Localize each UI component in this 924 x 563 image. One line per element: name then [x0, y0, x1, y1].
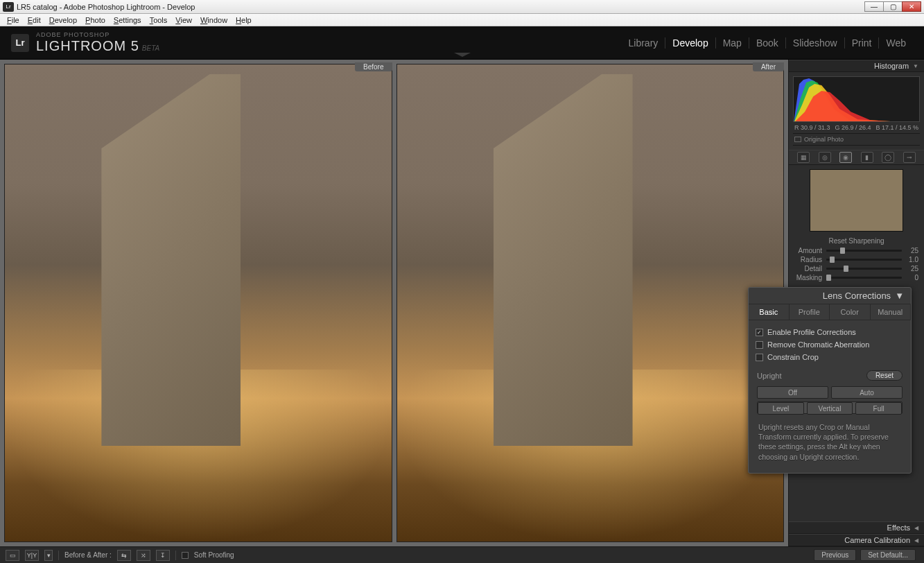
detail-preview[interactable] — [810, 169, 903, 232]
slider-label: Amount — [794, 247, 826, 254]
tool-spot[interactable]: ◎ — [819, 152, 831, 163]
menu-file[interactable]: File — [3, 15, 24, 25]
tool-redeye[interactable]: ◉ — [839, 152, 852, 163]
top-panel-grip-icon[interactable] — [454, 53, 471, 57]
window-minimize-button[interactable]: — — [864, 1, 884, 12]
upright-level-button[interactable]: Level — [758, 402, 804, 415]
histogram-title: Histogram — [874, 62, 909, 70]
menu-help[interactable]: Help — [232, 15, 256, 25]
module-library[interactable]: Library — [622, 37, 666, 49]
menubar: File Edit Develop Photo Settings Tools V… — [0, 14, 924, 26]
previous-button[interactable]: Previous — [814, 549, 856, 561]
lens-tab-basic[interactable]: Basic — [749, 304, 790, 320]
upright-off-button[interactable]: Off — [757, 386, 828, 399]
lens-corrections-title: Lens Corrections — [823, 291, 891, 301]
menu-photo[interactable]: Photo — [81, 15, 110, 25]
lens-check-2[interactable]: Constrain Crop — [756, 351, 904, 363]
histogram-panel-header[interactable]: Histogram ▼ — [789, 60, 924, 72]
effects-title: Effects — [887, 523, 910, 532]
loupe-view-button[interactable]: ▭ — [6, 550, 19, 561]
lens-tabs: Basic Profile Color Manual — [749, 304, 911, 320]
tool-crop[interactable]: ▦ — [797, 152, 810, 163]
upright-label: Upright — [757, 372, 781, 380]
histogram-chart[interactable] — [793, 76, 920, 122]
window-title: LR5 catalog - Adobe Photoshop Lightroom … — [17, 3, 865, 11]
bottom-right-controls: Previous Set Default... — [814, 549, 918, 561]
compare-view-button[interactable]: Y|Y — [25, 550, 39, 561]
before-image[interactable] — [4, 64, 392, 542]
menu-window[interactable]: Window — [196, 15, 232, 25]
module-web[interactable]: Web — [879, 37, 913, 49]
effects-panel-header[interactable]: Effects ◀ — [789, 521, 924, 534]
module-tabs: Library Develop Map Book Slideshow Print… — [622, 37, 914, 49]
original-photo-row[interactable]: Original Photo — [793, 134, 920, 146]
slider-value: 1.0 — [902, 256, 918, 263]
sharpening-amount-slider[interactable]: Amount 25 — [789, 246, 924, 255]
chevron-down-icon: ▼ — [913, 63, 918, 69]
checkbox-icon — [756, 341, 763, 349]
lens-tab-profile[interactable]: Profile — [790, 304, 830, 320]
module-develop[interactable]: Develop — [665, 37, 715, 49]
menu-view[interactable]: View — [171, 15, 196, 25]
after-image[interactable] — [396, 64, 785, 542]
camera-calibration-panel-header[interactable]: Camera Calibration ◀ — [789, 534, 924, 546]
checkbox-label: Enable Profile Corrections — [767, 328, 856, 336]
upright-reset-button[interactable]: Reset — [866, 370, 903, 381]
upright-help-text: Upright resets any Crop or Manual Transf… — [756, 418, 904, 467]
original-photo-icon — [794, 137, 801, 142]
lens-check-1[interactable]: Remove Chromatic Aberration — [756, 338, 904, 351]
beta-tag: BETA — [142, 44, 159, 52]
checkbox-label: Remove Chromatic Aberration — [767, 340, 869, 349]
set-default-button[interactable]: Set Default... — [860, 549, 916, 561]
tool-strip: ▦ ◎ ◉ ▮ ◯ ⊸ — [789, 150, 924, 165]
menu-develop[interactable]: Develop — [45, 15, 81, 25]
before-pane[interactable]: Before — [4, 64, 392, 542]
brand-line: ADOBE PHOTOSHOP — [36, 31, 159, 38]
upright-vertical-button[interactable]: Vertical — [807, 402, 853, 415]
window-maximize-button[interactable]: ▢ — [883, 1, 903, 12]
window-titlebar: Lr LR5 catalog - Adobe Photoshop Lightro… — [0, 0, 924, 14]
upright-auto-button[interactable]: Auto — [831, 386, 903, 399]
tool-radial[interactable]: ◯ — [882, 152, 894, 163]
canvas-area: Before After — [0, 60, 788, 546]
after-pane[interactable]: After — [396, 64, 785, 542]
menu-settings[interactable]: Settings — [110, 15, 146, 25]
before-after-label: Before & After : — [64, 551, 112, 559]
module-slideshow[interactable]: Slideshow — [786, 37, 845, 49]
module-book[interactable]: Book — [749, 37, 786, 49]
original-photo-label: Original Photo — [804, 136, 844, 143]
sharpening-detail-slider[interactable]: Detail 25 — [789, 264, 924, 273]
checkbox-icon — [756, 354, 763, 361]
lens-tab-color[interactable]: Color — [830, 304, 871, 320]
slider-label: Radius — [794, 256, 826, 263]
lens-corrections-header[interactable]: Lens Corrections ▼ — [749, 288, 911, 304]
tool-brush[interactable]: ⊸ — [903, 152, 916, 163]
app-icon: Lr — [3, 2, 14, 12]
window-close-button[interactable]: ✕ — [902, 1, 921, 12]
upright-full-button[interactable]: Full — [855, 402, 902, 415]
module-map[interactable]: Map — [716, 37, 749, 49]
menu-tools[interactable]: Tools — [146, 15, 172, 25]
product-name: LIGHTROOM 5 — [36, 38, 139, 53]
checkbox-label: Constrain Crop — [767, 353, 819, 361]
lens-check-0[interactable]: ✓Enable Profile Corrections — [756, 326, 904, 338]
tool-gradient[interactable]: ▮ — [861, 152, 873, 163]
lens-tab-manual[interactable]: Manual — [871, 304, 912, 320]
bottom-toolbar: ▭ Y|Y ▾ Before & After : ⇆ ⤮ ↧ Soft Proo… — [0, 546, 924, 563]
module-print[interactable]: Print — [845, 37, 880, 49]
sharpening-radius-slider[interactable]: Radius 1.0 — [789, 255, 924, 264]
ba-mode-3-button[interactable]: ↧ — [156, 550, 170, 561]
sharpening-masking-slider[interactable]: Masking 0 — [789, 273, 924, 282]
ba-mode-1-button[interactable]: ⇆ — [117, 550, 131, 561]
sharpening-reset[interactable]: Reset Sharpening — [789, 236, 924, 246]
after-label: After — [753, 62, 784, 71]
compare-swap-button[interactable]: ▾ — [44, 550, 53, 561]
soft-proofing-label: Soft Proofing — [194, 551, 234, 559]
soft-proofing-checkbox[interactable] — [182, 552, 189, 559]
ba-mode-2-button[interactable]: ⤮ — [137, 550, 150, 561]
menu-edit[interactable]: Edit — [24, 15, 45, 25]
chevron-left-icon: ◀ — [914, 537, 918, 544]
lr-mark: Lr — [11, 34, 29, 52]
chevron-down-icon: ▼ — [895, 291, 904, 301]
slider-label: Masking — [794, 274, 826, 282]
